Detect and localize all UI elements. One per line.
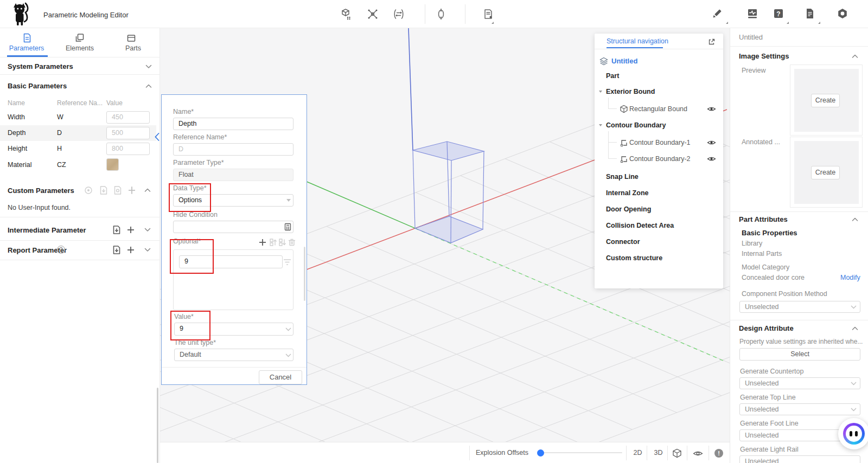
generate-light-rail-select[interactable]: Unselected (739, 455, 860, 463)
basic-properties-item[interactable]: Basic Properties (742, 229, 797, 237)
table-row[interactable]: Width W 450 (0, 110, 160, 125)
annotated-create-button[interactable]: Create (811, 166, 840, 179)
settings-nut-icon[interactable] (836, 7, 849, 20)
material-swatch[interactable] (106, 158, 119, 171)
visibility-eye-icon[interactable] (707, 139, 716, 146)
internal-parts-item[interactable]: Internal Parts (742, 250, 782, 258)
import-parameter-icon[interactable] (112, 225, 122, 235)
link-binding-icon[interactable] (435, 8, 448, 21)
unit-type-select[interactable]: Default (174, 349, 293, 361)
dialog-scrollbar[interactable] (304, 247, 305, 301)
value-label: Value* (174, 313, 194, 320)
param-value-input[interactable]: 500 (106, 127, 150, 139)
cancel-button[interactable]: Cancel (259, 370, 302, 384)
add-option-icon[interactable] (258, 238, 267, 247)
generate-top-line-select[interactable]: Unselected (739, 403, 860, 415)
chevron-up-icon[interactable] (852, 326, 858, 331)
add-intermediate-parameter-icon[interactable] (126, 225, 136, 235)
visibility-eye-icon[interactable] (707, 156, 716, 162)
component-position-method-select[interactable]: Unselected (739, 301, 860, 313)
data-type-select[interactable]: Options (173, 194, 293, 207)
help-icon[interactable]: ? (772, 7, 785, 20)
part-attributes-header[interactable]: Part Attributes (739, 215, 788, 223)
popout-icon[interactable] (707, 38, 716, 46)
table-row[interactable]: Depth D 500 (0, 125, 160, 141)
add-report-parameter-icon[interactable] (126, 245, 136, 255)
report-help-icon[interactable]: ? (57, 246, 65, 254)
delete-option-icon[interactable] (288, 238, 296, 247)
value-select[interactable]: 9 (174, 323, 293, 336)
table-row[interactable]: Material CZ (0, 157, 160, 173)
collapse-triangle-icon[interactable] (599, 91, 602, 93)
document-settings-icon[interactable] (482, 8, 495, 21)
document-report-icon[interactable] (803, 7, 816, 20)
explosion-slider-handle[interactable] (537, 449, 544, 456)
image-settings-header[interactable]: Image Settings (739, 52, 789, 60)
library-item[interactable]: Library (742, 240, 762, 247)
dialog-collapse-chevron-icon[interactable] (154, 132, 160, 142)
generate-countertop-select[interactable]: Unselected (739, 377, 860, 389)
chevron-up-icon[interactable] (852, 217, 858, 222)
nav-item-custom-structure[interactable]: Custom structure (606, 254, 662, 262)
nav-item-rectangular-bound[interactable]: Rectangular Bound (629, 105, 687, 113)
param-value-input[interactable]: 450 (106, 111, 150, 124)
swap-parameters-icon[interactable] (392, 8, 405, 21)
nav-item-exterior-bound[interactable]: Exterior Bound (606, 88, 655, 95)
section-system-parameters[interactable]: System Parameters (0, 57, 160, 74)
activity-monitor-icon[interactable] (746, 7, 759, 20)
component-library-icon[interactable] (340, 8, 353, 21)
pattern-tool-icon[interactable] (366, 8, 379, 21)
nav-item-part[interactable]: Part (606, 72, 619, 80)
nav-item-snap-line[interactable]: Snap Line (606, 173, 639, 181)
name-input[interactable]: Depth (173, 118, 293, 130)
section-basic-parameters[interactable]: Basic Parameters (0, 75, 160, 93)
assistant-button[interactable] (838, 418, 868, 449)
reference-name-input[interactable]: D (173, 143, 293, 156)
chevron-up-icon[interactable] (852, 54, 858, 59)
table-row[interactable]: Height H 800 (0, 141, 160, 157)
tab-elements[interactable]: Elements (53, 28, 106, 57)
tab-parts[interactable]: Parts (106, 28, 160, 57)
move-option-up-icon[interactable] (269, 238, 278, 247)
nav-item-collision-detect-area[interactable]: Collision Detect Area (606, 222, 674, 229)
modify-link[interactable]: Modify (840, 274, 860, 281)
left-panel-scrollbar[interactable] (157, 388, 158, 463)
formula-editor-icon[interactable] (284, 223, 292, 231)
nav-item-contour-boundary[interactable]: Contour Boundary (606, 121, 666, 129)
nav-item-door-opening[interactable]: Door Opening (606, 205, 651, 213)
design-attribute-header[interactable]: Design Attribute (739, 324, 794, 332)
nav-item-contour-boundary-2[interactable]: Contour Boundary-2 (629, 155, 691, 163)
collapse-triangle-icon[interactable] (599, 124, 602, 126)
tree-connector (608, 131, 617, 143)
section-custom-parameters[interactable]: Custom Parameters (0, 182, 160, 198)
view-3d-button[interactable]: 3D (649, 449, 667, 456)
nav-item-contour-boundary-1[interactable]: Contour Boundary-1 (629, 139, 691, 146)
view-2d-button[interactable]: 2D (629, 449, 647, 456)
option-value-input[interactable]: 9 (179, 255, 283, 268)
parts-box-icon (126, 33, 136, 43)
option-filter-icon[interactable] (283, 259, 291, 266)
import-parameter-icon[interactable] (112, 245, 122, 255)
explosion-slider-track[interactable] (540, 452, 622, 453)
nav-item-connector[interactable]: Connector (606, 238, 640, 246)
preview-create-button[interactable]: Create (811, 94, 840, 107)
nav-item-root[interactable]: Untitled (595, 55, 723, 67)
nav-panel-title[interactable]: Structural navigation (607, 37, 668, 45)
isometric-view-icon[interactable] (672, 448, 682, 458)
section-report-parameter[interactable]: Report Parameter ? (0, 241, 160, 259)
visibility-eye-icon[interactable] (693, 450, 703, 457)
add-custom-parameter-icon[interactable] (127, 185, 137, 195)
param-value-input[interactable]: 800 (106, 143, 150, 155)
edit-pencil-icon[interactable] (711, 7, 724, 20)
hide-condition-input[interactable] (173, 221, 293, 233)
tab-parameters[interactable]: Parameters (0, 28, 53, 57)
gear-target-icon[interactable] (84, 185, 93, 195)
nav-item-internal-zone[interactable]: Internal Zone (606, 189, 648, 197)
export-parameter-icon[interactable] (113, 185, 123, 195)
import-parameter-icon[interactable] (99, 185, 108, 195)
move-option-down-icon[interactable] (278, 238, 287, 247)
select-button[interactable]: Select (739, 348, 860, 361)
warning-info-icon[interactable]: ! (714, 449, 723, 458)
section-intermediate-parameter[interactable]: Intermediate Parameter (0, 221, 160, 239)
visibility-eye-icon[interactable] (707, 106, 716, 112)
